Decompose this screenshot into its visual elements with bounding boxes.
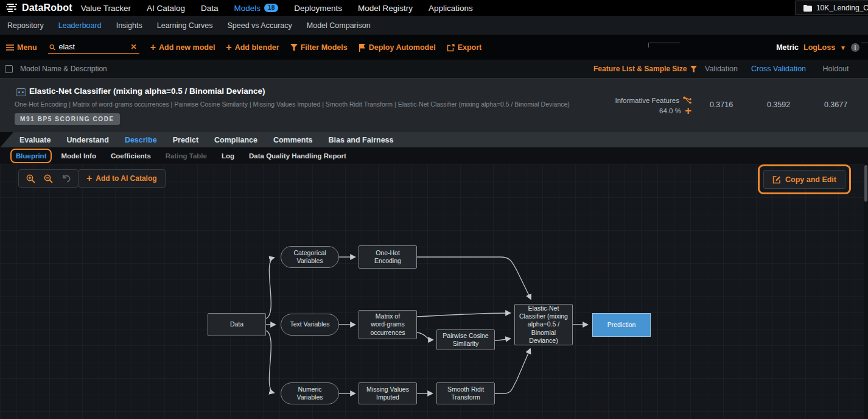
filter-models-button[interactable]: Filter Models (290, 43, 348, 52)
project-selector[interactable]: 10K_Lending_C (796, 1, 868, 15)
tab-understand[interactable]: Understand (66, 136, 108, 144)
nav-label: Models (234, 4, 261, 13)
deploy-automodel-button[interactable]: Deploy Automodel (359, 43, 436, 52)
model-name-header: Model Name & Description (20, 65, 107, 73)
zoom-out-button[interactable] (44, 174, 53, 183)
feature-list-name[interactable]: Informative Features (615, 97, 679, 104)
subtab-log[interactable]: Log (222, 152, 234, 160)
holdout-value: 0.3677 (807, 100, 864, 109)
menu-button[interactable]: Menu (6, 43, 37, 52)
top-bar: DataRobot Value TrackerAI CatalogDataMod… (0, 0, 868, 16)
subnav-leaderboard[interactable]: Leaderboard (58, 21, 102, 30)
add-sample-size-icon[interactable]: + (685, 107, 691, 114)
add-to-ai-catalog-button[interactable]: + Add to AI Catalog (78, 169, 166, 188)
describe-subtabs: BlueprintModel InfoCoefficientsRating Ta… (0, 147, 868, 164)
subnav-model-comparison[interactable]: Model Comparison (307, 21, 371, 30)
top-nav-deployments[interactable]: Deployments (294, 4, 342, 13)
blueprint-node-smooth[interactable]: Smooth Ridit Transform (436, 382, 495, 404)
chevron-down-icon[interactable]: ▼ (840, 44, 846, 51)
datarobot-app: DataRobot Value TrackerAI CatalogDataMod… (0, 0, 868, 419)
metric-selector-zone: Metric LogLoss ▼ i (776, 35, 859, 60)
column-header-cross-validation[interactable]: Cross Validation (750, 65, 807, 73)
nav-label: Applications (429, 4, 473, 13)
folder-icon (803, 5, 812, 12)
tab-evaluate[interactable]: Evaluate (19, 136, 51, 144)
blueprint-canvas[interactable]: DataCategorical VariablesOne-Hot Encodin… (0, 164, 868, 419)
search-icon (49, 43, 55, 51)
scrollbar-thumb[interactable] (864, 165, 867, 202)
blueprint-node-elastic[interactable]: Elastic-Net Classifier (mixing alpha=0.5… (514, 304, 573, 345)
subtab-coefficients[interactable]: Coefficients (111, 152, 151, 160)
leaderboard-model-row[interactable]: Elastic-Net Classifier (mixing alpha=0.5… (0, 79, 868, 132)
blueprint-node-missing[interactable]: Missing Values Imputed (359, 382, 417, 404)
blueprint-node-data[interactable]: Data (208, 313, 266, 336)
blueprint-node-matrix[interactable]: Matrix of word-grams occurrences (359, 310, 417, 339)
clear-search-icon[interactable]: ✕ (131, 43, 137, 51)
model-title[interactable]: Elastic-Net Classifier (mixing alpha=0.5… (29, 86, 265, 96)
column-header-holdout[interactable]: Holdout (807, 65, 864, 73)
search-input[interactable] (59, 43, 127, 51)
subtab-model-info[interactable]: Model Info (61, 152, 96, 160)
feature-graph-icon[interactable] (683, 96, 691, 104)
subnav-repository[interactable]: Repository (7, 21, 44, 30)
leaderboard-toolbar: Menu ✕ + Add new model + Add blender Fil… (0, 35, 868, 60)
tab-bias-and-fairness[interactable]: Bias and Fairness (329, 136, 394, 144)
metric-columns: ValidationCross ValidationHoldout (693, 60, 868, 78)
funnel-icon (290, 44, 298, 51)
menu-label: Menu (17, 43, 37, 52)
edge-data-to-numeric (266, 331, 274, 393)
subtab-data-quality-handling-report[interactable]: Data Quality Handling Report (249, 152, 346, 160)
metric-dropdown[interactable]: LogLoss (803, 43, 835, 52)
tab-compliance[interactable]: Compliance (214, 136, 257, 144)
add-blender-button[interactable]: + Add blender (226, 43, 279, 52)
blueprint-node-pairwise[interactable]: Pairwise Cosine Similarity (436, 329, 495, 350)
tab-describe[interactable]: Describe (125, 136, 157, 144)
select-all-checkbox[interactable] (5, 65, 13, 73)
blueprint-node-cat[interactable]: Categorical Variables (281, 246, 339, 268)
subnav-speed-vs-accuracy[interactable]: Speed vs Accuracy (227, 21, 292, 30)
add-new-model-button[interactable]: + Add new model (150, 43, 215, 52)
model-type-icon (16, 88, 26, 96)
deploy-automodel-label: Deploy Automodel (369, 43, 436, 52)
export-label: Export (458, 43, 482, 52)
subnav-learning-curves[interactable]: Learning Curves (157, 21, 213, 30)
nav-label: AI Catalog (147, 4, 185, 13)
project-name: 10K_Lending_C (816, 4, 868, 12)
subtab-blueprint[interactable]: Blueprint (16, 152, 46, 160)
blueprint-node-numeric[interactable]: Numeric Variables (281, 382, 339, 404)
blueprint-node-onehot[interactable]: One-Hot Encoding (359, 245, 417, 269)
copy-and-edit-highlight: Copy and Edit (758, 164, 851, 194)
top-nav-models[interactable]: Models18 (234, 4, 279, 13)
blueprint-node-prediction[interactable]: Prediction (592, 313, 651, 337)
export-icon (447, 44, 455, 52)
nav-label: Model Registry (358, 4, 413, 13)
undo-button[interactable] (61, 174, 71, 183)
metric-info-icon[interactable]: i (851, 43, 859, 52)
add-to-ai-catalog-label: Add to AI Catalog (96, 174, 156, 183)
column-bracket-left (648, 43, 680, 48)
zoom-out-icon (44, 174, 53, 183)
model-badges: M91 BP5 SCORING CODE (15, 113, 120, 125)
top-nav-ai-catalog[interactable]: AI Catalog (147, 4, 185, 13)
datarobot-logo[interactable]: DataRobot (6, 2, 72, 13)
export-button[interactable]: Export (447, 43, 482, 52)
top-nav-applications[interactable]: Applications (429, 4, 473, 13)
top-nav-model-registry[interactable]: Model Registry (358, 4, 413, 13)
zoom-in-icon (26, 174, 35, 183)
subnav-insights[interactable]: Insights (116, 21, 142, 30)
tab-comments[interactable]: Comments (273, 136, 313, 144)
edge-smooth-to-elastic (495, 349, 530, 393)
validation-value: 0.3716 (693, 100, 750, 109)
top-nav-value-tracker[interactable]: Value Tracker (81, 4, 131, 13)
nav-label: Value Tracker (81, 4, 131, 13)
feature-list-header[interactable]: Feature List & Sample Size (593, 65, 697, 73)
tab-predict[interactable]: Predict (173, 136, 198, 144)
top-nav-data[interactable]: Data (201, 4, 219, 13)
column-header-validation[interactable]: Validation (693, 65, 750, 73)
plus-icon: + (226, 44, 231, 51)
copy-and-edit-button[interactable]: Copy and Edit (763, 170, 845, 189)
zoom-in-button[interactable] (26, 174, 35, 183)
blueprint-edges (0, 164, 868, 419)
add-new-model-label: Add new model (159, 43, 215, 52)
blueprint-node-textvars[interactable]: Text Variables (281, 314, 339, 336)
